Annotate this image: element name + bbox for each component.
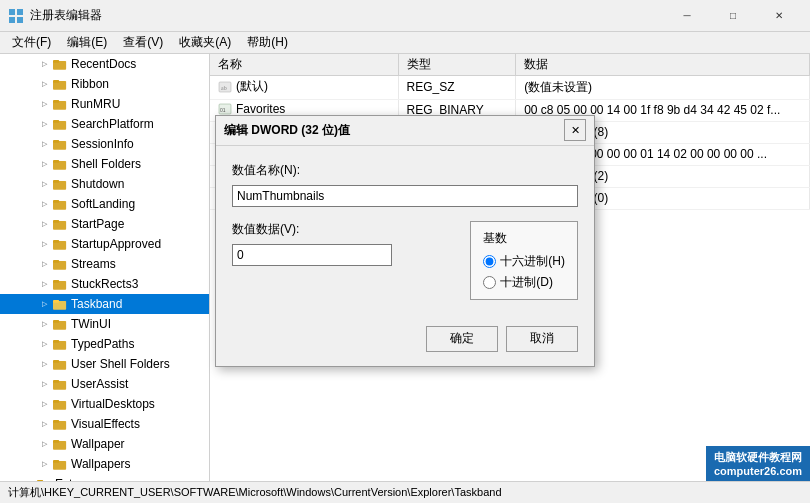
menu-favorites[interactable]: 收藏夹(A) xyxy=(171,32,239,53)
tree-item[interactable]: ▷ Taskband xyxy=(0,294,209,314)
cell-data: (数值未设置) xyxy=(516,76,810,100)
tree-item[interactable]: ▷ TypedPaths xyxy=(0,334,209,354)
expand-icon[interactable]: ▷ xyxy=(36,236,52,252)
expand-icon[interactable]: ▷ xyxy=(36,116,52,132)
svg-rect-1 xyxy=(17,9,23,15)
svg-rect-27 xyxy=(53,280,59,283)
expand-icon[interactable]: ▷ xyxy=(36,456,52,472)
menu-view[interactable]: 查看(V) xyxy=(115,32,171,53)
menu-help[interactable]: 帮助(H) xyxy=(239,32,296,53)
cell-name: ab(默认) xyxy=(210,76,398,100)
expand-icon[interactable]: ▷ xyxy=(36,96,52,112)
tree-item[interactable]: ▷ SoftLanding xyxy=(0,194,209,214)
tree-item[interactable]: ▷ Shell Folders xyxy=(0,154,209,174)
dialog-body: 数值名称(N): 数值数据(V): 基数 十六进制(H) xyxy=(216,146,594,316)
watermark: 电脑软硬件教程网 computer26.com xyxy=(706,446,810,481)
expand-icon[interactable]: ▷ xyxy=(36,316,52,332)
minimize-button[interactable]: ─ xyxy=(664,0,710,32)
dialog-title: 编辑 DWORD (32 位)值 xyxy=(224,122,564,139)
edit-dword-dialog: 编辑 DWORD (32 位)值 ✕ 数值名称(N): 数值数据(V): 基数 … xyxy=(215,115,595,367)
tree-item[interactable]: ▷ StartupApproved xyxy=(0,234,209,254)
svg-rect-23 xyxy=(53,240,59,243)
folder-icon xyxy=(52,376,68,392)
tree-item-label: Streams xyxy=(71,257,116,271)
expand-icon[interactable]: ▷ xyxy=(36,396,52,412)
tree-item[interactable]: ▷ Streams xyxy=(0,254,209,274)
folder-icon xyxy=(52,76,68,92)
expand-icon[interactable]: ▷ xyxy=(36,156,52,172)
hex-radio[interactable] xyxy=(483,255,496,268)
svg-rect-29 xyxy=(53,300,59,303)
tree-item[interactable]: ▷ Wallpaper xyxy=(0,434,209,454)
svg-rect-25 xyxy=(53,260,59,263)
menu-edit[interactable]: 编辑(E) xyxy=(59,32,115,53)
folder-icon xyxy=(52,276,68,292)
radio-group: 十六进制(H) 十进制(D) xyxy=(483,253,565,291)
tree-item-label: Wallpaper xyxy=(71,437,125,451)
cancel-button[interactable]: 取消 xyxy=(506,326,578,352)
svg-rect-43 xyxy=(53,440,59,443)
tree-item-label: Wallpapers xyxy=(71,457,131,471)
tree-item-label: VisualEffects xyxy=(71,417,140,431)
folder-icon xyxy=(52,196,68,212)
expand-icon[interactable]: ▷ xyxy=(36,76,52,92)
tree-item[interactable]: ▷ Ribbon xyxy=(0,74,209,94)
svg-rect-13 xyxy=(53,140,59,143)
svg-rect-19 xyxy=(53,200,59,203)
svg-rect-41 xyxy=(53,420,59,423)
expand-icon[interactable]: ▷ xyxy=(36,56,52,72)
svg-rect-35 xyxy=(53,360,59,363)
status-text: 计算机\HKEY_CURRENT_USER\SOFTWARE\Microsoft… xyxy=(8,485,502,500)
tree-item[interactable]: ▷ SessionInfo xyxy=(0,134,209,154)
expand-icon[interactable]: ▷ xyxy=(36,336,52,352)
tree-item[interactable]: ▷ TWinUI xyxy=(0,314,209,334)
expand-icon[interactable]: ▷ xyxy=(36,196,52,212)
tree-item[interactable]: ▷ StartPage xyxy=(0,214,209,234)
tree-item[interactable]: ▷ Ext xyxy=(0,474,209,481)
expand-icon[interactable]: ▷ xyxy=(36,356,52,372)
svg-rect-3 xyxy=(17,17,23,23)
close-button[interactable]: ✕ xyxy=(756,0,802,32)
tree-item[interactable]: ▷ RunMRU xyxy=(0,94,209,114)
tree-item[interactable]: ▷ StuckRects3 xyxy=(0,274,209,294)
expand-icon[interactable]: ▷ xyxy=(36,276,52,292)
expand-icon[interactable]: ▷ xyxy=(36,216,52,232)
dec-radio[interactable] xyxy=(483,276,496,289)
name-input[interactable] xyxy=(232,185,578,207)
maximize-button[interactable]: □ xyxy=(710,0,756,32)
expand-icon[interactable]: ▷ xyxy=(36,176,52,192)
expand-icon[interactable]: ▷ xyxy=(36,416,52,432)
folder-icon xyxy=(52,116,68,132)
expand-icon[interactable]: ▷ xyxy=(36,376,52,392)
tree-item[interactable]: ▷ VisualEffects xyxy=(0,414,209,434)
tree-item[interactable]: ▷ RecentDocs xyxy=(0,54,209,74)
table-row[interactable]: ab(默认)REG_SZ(数值未设置) xyxy=(210,76,810,100)
tree-item[interactable]: ▷ Shutdown xyxy=(0,174,209,194)
tree-item[interactable]: ▷ VirtualDesktops xyxy=(0,394,209,414)
menu-file[interactable]: 文件(F) xyxy=(4,32,59,53)
expand-icon[interactable]: ▷ xyxy=(36,256,52,272)
expand-icon[interactable]: ▷ xyxy=(36,296,52,312)
data-label: 数值数据(V): xyxy=(232,221,458,238)
tree-item-label: SearchPlatform xyxy=(71,117,154,131)
folder-icon xyxy=(52,316,68,332)
tree-item[interactable]: ▷ Wallpapers xyxy=(0,454,209,474)
folder-icon xyxy=(52,396,68,412)
tree-item[interactable]: ▷ SearchPlatform xyxy=(0,114,209,134)
tree-item-label: Ribbon xyxy=(71,77,109,91)
expand-icon[interactable]: ▷ xyxy=(36,436,52,452)
folder-icon xyxy=(52,96,68,112)
dialog-close-button[interactable]: ✕ xyxy=(564,119,586,141)
folder-icon xyxy=(52,136,68,152)
hex-label: 十六进制(H) xyxy=(500,253,565,270)
dec-radio-label[interactable]: 十进制(D) xyxy=(483,274,565,291)
folder-icon xyxy=(52,256,68,272)
hex-radio-label[interactable]: 十六进制(H) xyxy=(483,253,565,270)
tree-panel[interactable]: ▷ RecentDocs▷ Ribbon▷ RunMRU▷ SearchPlat… xyxy=(0,54,210,481)
tree-item-label: UserAssist xyxy=(71,377,128,391)
tree-item[interactable]: ▷ User Shell Folders xyxy=(0,354,209,374)
ok-button[interactable]: 确定 xyxy=(426,326,498,352)
data-input[interactable] xyxy=(232,244,392,266)
tree-item[interactable]: ▷ UserAssist xyxy=(0,374,209,394)
expand-icon[interactable]: ▷ xyxy=(36,136,52,152)
